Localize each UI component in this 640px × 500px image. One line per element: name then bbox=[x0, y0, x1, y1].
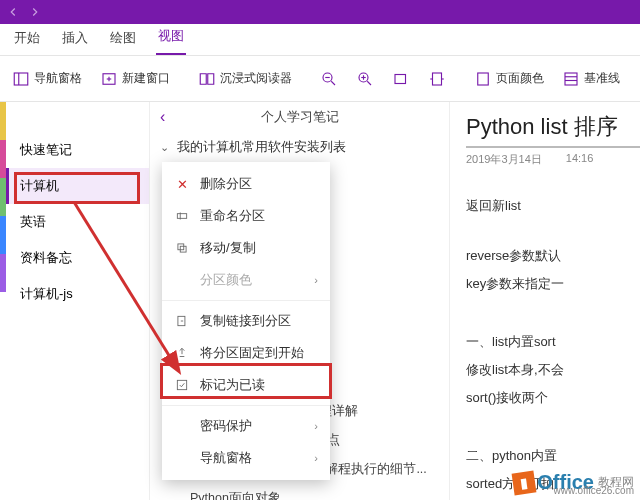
page-width-button[interactable] bbox=[422, 66, 452, 92]
ctx-move[interactable]: 移动/复制 bbox=[162, 232, 330, 264]
sidebar-label: 资料备忘 bbox=[20, 249, 72, 267]
chevron-right-icon: › bbox=[314, 452, 318, 464]
svg-rect-25 bbox=[177, 380, 186, 389]
forward-arrow-icon[interactable] bbox=[28, 5, 42, 19]
zoom-out-button[interactable] bbox=[314, 66, 344, 92]
page-paragraph[interactable]: key参数来指定一 bbox=[466, 275, 640, 293]
page-paragraph[interactable]: 一、list内置sort bbox=[466, 333, 640, 351]
immersive-icon bbox=[198, 70, 216, 88]
nav-pane-label: 导航窗格 bbox=[34, 70, 82, 87]
back-arrow-icon[interactable] bbox=[6, 5, 20, 19]
title-underline bbox=[466, 146, 640, 148]
watermark-domain: www.office26.com bbox=[554, 485, 634, 496]
ribbon-tabs: 开始 插入 绘图 视图 bbox=[0, 24, 640, 56]
page-paragraph[interactable]: sort()接收两个 bbox=[466, 389, 640, 407]
svg-rect-20 bbox=[177, 214, 186, 219]
sidebar-item-english[interactable]: 英语 bbox=[6, 204, 149, 240]
watermark: ▮ Office教程网 www.office26.com bbox=[513, 471, 634, 494]
sidebar-label: 英语 bbox=[20, 213, 46, 231]
ctx-label: 密码保护 bbox=[200, 417, 252, 435]
navpane-icon bbox=[174, 450, 190, 466]
zoom-100-button[interactable] bbox=[386, 66, 416, 92]
rule-lines-label: 基准线 bbox=[584, 70, 620, 87]
page-color-icon bbox=[474, 70, 492, 88]
page-color-label: 页面颜色 bbox=[496, 70, 544, 87]
move-icon bbox=[174, 240, 190, 256]
sidebar-item-computer[interactable]: 计算机 bbox=[6, 168, 149, 204]
lock-icon bbox=[174, 418, 190, 434]
ctx-rename[interactable]: 重命名分区 bbox=[162, 200, 330, 232]
new-window-button[interactable]: 新建窗口 bbox=[94, 66, 176, 92]
svg-rect-22 bbox=[178, 244, 184, 250]
page-paragraph[interactable]: 二、python内置 bbox=[466, 447, 640, 465]
page-content: Python list 排序 2019年3月14日 14:16 返回新list … bbox=[450, 102, 640, 500]
svg-rect-17 bbox=[565, 73, 577, 85]
zoom-in-button[interactable] bbox=[350, 66, 380, 92]
ctx-color[interactable]: 分区颜色 › bbox=[162, 264, 330, 296]
checkmark-icon bbox=[174, 377, 190, 393]
chevron-right-icon: › bbox=[314, 420, 318, 432]
svg-rect-12 bbox=[395, 74, 406, 83]
nav-pane-button[interactable]: 导航窗格 bbox=[6, 66, 88, 92]
sidebar-item-computer-js[interactable]: 计算机-js bbox=[6, 276, 149, 312]
chevron-down-icon: ⌄ bbox=[160, 141, 169, 154]
page-paragraph[interactable]: reverse参数默认 bbox=[466, 247, 640, 265]
rule-lines-button[interactable]: 基准线 bbox=[556, 66, 626, 92]
tree-back-icon[interactable]: ‹ bbox=[160, 108, 165, 126]
ribbon: 导航窗格 新建窗口 沉浸式阅读器 页面颜色 基准线 已删 bbox=[0, 56, 640, 102]
tree-page-item[interactable]: Python面向对象 bbox=[150, 484, 449, 500]
rule-lines-icon bbox=[562, 70, 580, 88]
ctx-label: 分区颜色 bbox=[200, 271, 252, 289]
context-menu: ✕ 删除分区 重命名分区 移动/复制 分区颜色 › 复制链接到分区 将分区固定到… bbox=[162, 162, 330, 480]
new-window-label: 新建窗口 bbox=[122, 70, 170, 87]
page-title[interactable]: Python list 排序 bbox=[466, 112, 640, 142]
delete-button[interactable]: 已删 bbox=[632, 66, 640, 92]
tree-section-root[interactable]: ⌄ 我的计算机常用软件安装列表 bbox=[150, 132, 449, 162]
ctx-label: 标记为已读 bbox=[200, 376, 265, 394]
page-date: 2019年3月14日 bbox=[466, 152, 542, 167]
immersive-reader-button[interactable]: 沉浸式阅读器 bbox=[192, 66, 298, 92]
title-bar bbox=[0, 0, 640, 24]
svg-line-6 bbox=[331, 81, 335, 85]
sidebar-label: 快速笔记 bbox=[20, 141, 72, 159]
ctx-label: 导航窗格 bbox=[200, 449, 252, 467]
tree-header: ‹ 个人学习笔记 bbox=[150, 102, 449, 132]
svg-line-9 bbox=[367, 81, 371, 85]
ctx-delete[interactable]: ✕ 删除分区 bbox=[162, 168, 330, 200]
svg-rect-23 bbox=[180, 246, 186, 252]
color-icon bbox=[174, 272, 190, 288]
ctx-copylink[interactable]: 复制链接到分区 bbox=[162, 305, 330, 337]
ctx-label: 将分区固定到开始 bbox=[200, 344, 304, 362]
section-sidebar: 快速笔记 计算机 英语 资料备忘 计算机-js bbox=[6, 102, 150, 500]
page-color-button[interactable]: 页面颜色 bbox=[468, 66, 550, 92]
ctx-password[interactable]: 密码保护 › bbox=[162, 410, 330, 442]
page-paragraph[interactable]: 返回新list bbox=[466, 197, 640, 215]
ctx-pin[interactable]: 将分区固定到开始 bbox=[162, 337, 330, 369]
ctx-navpane[interactable]: 导航窗格 › bbox=[162, 442, 330, 474]
ctx-markread[interactable]: 标记为已读 bbox=[162, 369, 330, 401]
sidebar-item-quicknotes[interactable]: 快速笔记 bbox=[6, 132, 149, 168]
tab-start[interactable]: 开始 bbox=[12, 23, 42, 55]
tab-view[interactable]: 视图 bbox=[156, 21, 186, 55]
ctx-label: 删除分区 bbox=[200, 175, 252, 193]
immersive-label: 沉浸式阅读器 bbox=[220, 70, 292, 87]
link-icon bbox=[174, 313, 190, 329]
tab-insert[interactable]: 插入 bbox=[60, 23, 90, 55]
ctx-separator bbox=[162, 300, 330, 301]
page-paragraph[interactable]: 修改list本身,不会 bbox=[466, 361, 640, 379]
page-time: 14:16 bbox=[566, 152, 594, 167]
ctx-label: 重命名分区 bbox=[200, 207, 265, 225]
zoom-in-icon bbox=[356, 70, 374, 88]
sidebar-spacer bbox=[6, 102, 149, 132]
delete-icon: ✕ bbox=[174, 176, 190, 192]
sidebar-item-memo[interactable]: 资料备忘 bbox=[6, 240, 149, 276]
page-meta: 2019年3月14日 14:16 bbox=[466, 152, 640, 167]
svg-rect-16 bbox=[478, 73, 489, 85]
new-window-icon bbox=[100, 70, 118, 88]
tab-draw[interactable]: 绘图 bbox=[108, 23, 138, 55]
rename-icon bbox=[174, 208, 190, 224]
ctx-label: 移动/复制 bbox=[200, 239, 256, 257]
page-width-icon bbox=[428, 70, 446, 88]
notebook-title: 个人学习笔记 bbox=[261, 108, 339, 126]
zoom-100-icon bbox=[392, 70, 410, 88]
